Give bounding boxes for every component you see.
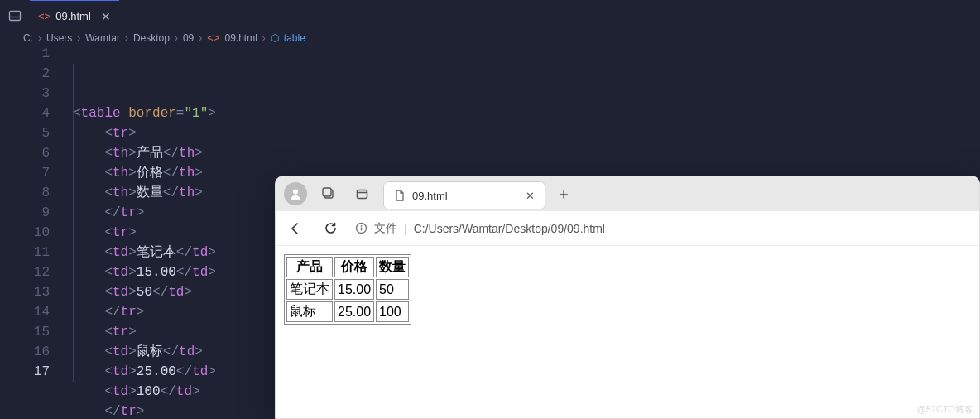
page-icon	[394, 190, 406, 201]
breadcrumb-item[interactable]: table	[284, 32, 305, 44]
breadcrumb-separator: ›	[262, 32, 266, 44]
svg-rect-9	[361, 228, 362, 231]
table-header: 产品	[286, 257, 333, 277]
tab-bar: <> 09.html ✕	[0, 0, 980, 31]
browser-titlebar: 09.html ✕ ＋	[276, 176, 979, 211]
info-icon	[355, 222, 368, 234]
address-scheme: 文件	[374, 221, 397, 236]
breadcrumb-separator: ›	[125, 32, 128, 44]
workspaces-icon[interactable]	[314, 179, 343, 209]
html-file-icon: <>	[207, 31, 219, 44]
watermark: @51CTO博客	[917, 403, 973, 416]
breadcrumb-separator: ›	[77, 32, 80, 44]
table-cell: 笔记本	[286, 279, 333, 300]
window-icon[interactable]	[347, 179, 377, 209]
breadcrumb-item[interactable]: 09.html	[224, 32, 257, 44]
symbol-icon: ⬡	[271, 32, 279, 44]
close-icon[interactable]: ✕	[526, 190, 535, 202]
breadcrumb[interactable]: C:›Users›Wamtar›Desktop›09›<>09.html›⬡ta…	[0, 31, 980, 44]
table-cell: 25.00	[334, 301, 374, 322]
line-gutter: 1234567891011121314151617	[0, 44, 68, 419]
html-file-icon: <>	[38, 10, 50, 22]
tab-label: 09.html	[55, 10, 91, 22]
browser-tab[interactable]: 09.html ✕	[383, 181, 545, 210]
table-cell: 100	[376, 301, 409, 322]
browser-tab-label: 09.html	[412, 190, 519, 202]
browser-window: 09.html ✕ ＋ 文件 | C:/Users/Wamtar/Desktop…	[275, 176, 980, 419]
rendered-table: 产品价格数量笔记本15.0050鼠标25.00100	[284, 254, 411, 325]
indent-guide	[73, 64, 74, 382]
breadcrumb-separator: ›	[175, 32, 178, 44]
editor-tab[interactable]: <> 09.html ✕	[30, 0, 119, 31]
svg-point-2	[293, 190, 298, 195]
code-line[interactable]: <table border="1">	[73, 104, 980, 123]
table-row: 笔记本15.0050	[286, 279, 409, 300]
svg-point-8	[361, 225, 363, 227]
table-cell: 50	[376, 279, 409, 300]
profile-avatar-icon[interactable]	[284, 182, 307, 205]
browser-content: 产品价格数量笔记本15.0050鼠标25.00100	[276, 246, 979, 418]
address-bar[interactable]: 文件 | C:/Users/Wamtar/Desktop/09/09.html	[355, 221, 605, 236]
panel-toggle-icon[interactable]	[3, 4, 26, 27]
svg-rect-0	[10, 12, 21, 21]
reload-button[interactable]	[315, 214, 345, 243]
breadcrumb-item[interactable]: Desktop	[133, 32, 170, 44]
breadcrumb-separator: ›	[38, 32, 41, 44]
table-cell: 15.00	[334, 279, 374, 300]
breadcrumb-item[interactable]: 09	[183, 32, 194, 44]
close-icon[interactable]: ✕	[101, 10, 111, 23]
address-separator: |	[404, 222, 407, 235]
table-header: 数量	[376, 257, 409, 277]
new-tab-button[interactable]: ＋	[549, 184, 579, 204]
browser-toolbar: 文件 | C:/Users/Wamtar/Desktop/09/09.html	[276, 211, 979, 246]
back-button[interactable]	[281, 214, 310, 243]
breadcrumb-item[interactable]: C:	[23, 32, 33, 44]
code-line[interactable]: <th>产品</th>	[73, 143, 980, 163]
address-path: C:/Users/Wamtar/Desktop/09/09.html	[414, 222, 605, 235]
table-row: 鼠标25.00100	[286, 301, 409, 322]
table-cell: 鼠标	[286, 301, 333, 322]
code-line[interactable]: <tr>	[73, 123, 980, 143]
svg-rect-5	[357, 190, 367, 198]
svg-rect-4	[323, 188, 331, 196]
breadcrumb-item[interactable]: Users	[46, 32, 72, 44]
breadcrumb-separator: ›	[199, 32, 202, 44]
table-header: 价格	[334, 257, 374, 277]
breadcrumb-item[interactable]: Wamtar	[85, 32, 120, 44]
